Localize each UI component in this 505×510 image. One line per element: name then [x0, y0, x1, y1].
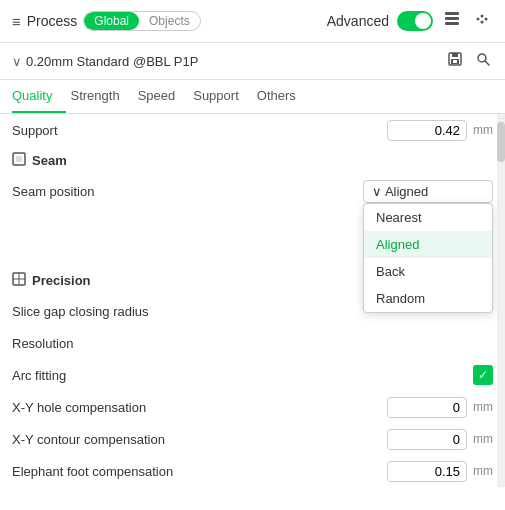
- xy-hole-input[interactable]: [387, 397, 467, 418]
- elephant-foot-row: Elephant foot compensation mm: [0, 455, 505, 487]
- svg-point-4: [481, 15, 484, 18]
- profile-selector[interactable]: ∨ 0.20mm Standard @BBL P1P: [12, 54, 445, 69]
- seam-position-dropdown-menu: Nearest Aligned Back Random: [363, 203, 493, 313]
- profile-arrow-icon: ∨: [12, 54, 22, 69]
- svg-rect-8: [452, 53, 458, 57]
- search-profile-btn[interactable]: [473, 49, 493, 73]
- svg-point-3: [477, 18, 480, 21]
- save-profile-btn[interactable]: [445, 49, 465, 73]
- svg-rect-14: [16, 156, 22, 162]
- seam-position-dropdown-container: ∨ Aligned Nearest Aligned Back Random: [363, 180, 493, 203]
- layout-icon: [443, 10, 461, 28]
- objects-toggle-btn[interactable]: Objects: [139, 12, 200, 30]
- tab-others[interactable]: Others: [257, 80, 310, 113]
- process-label: Process: [27, 13, 78, 29]
- arc-fitting-checkbox[interactable]: ✓: [473, 365, 493, 385]
- tab-strength[interactable]: Strength: [70, 80, 133, 113]
- arc-fitting-label: Arc fitting: [12, 368, 473, 383]
- support-value-group: mm: [387, 120, 493, 141]
- xy-contour-row: X-Y contour compensation mm: [0, 423, 505, 455]
- dropdown-item-aligned[interactable]: Aligned: [364, 231, 492, 258]
- content-area: Support mm Seam Seam position ∨ Aligned …: [0, 114, 505, 487]
- xy-hole-label: X-Y hole compensation: [12, 400, 387, 415]
- tab-speed[interactable]: Speed: [138, 80, 190, 113]
- svg-rect-10: [453, 60, 457, 63]
- xy-contour-input[interactable]: [387, 429, 467, 450]
- resolution-row: Resolution: [0, 327, 505, 359]
- arc-fitting-row: Arc fitting ✓: [0, 359, 505, 391]
- top-bar-right: Advanced: [327, 8, 493, 34]
- tab-support[interactable]: Support: [193, 80, 253, 113]
- support-input[interactable]: [387, 120, 467, 141]
- dropdown-item-nearest[interactable]: Nearest: [364, 204, 492, 231]
- global-objects-toggle[interactable]: Global Objects: [83, 11, 200, 31]
- xy-hole-row: X-Y hole compensation mm: [0, 391, 505, 423]
- tabs-bar: Quality Strength Speed Support Others: [0, 80, 505, 114]
- more-options-btn[interactable]: [471, 8, 493, 34]
- seam-section-header: Seam: [0, 146, 505, 175]
- profile-bar: ∨ 0.20mm Standard @BBL P1P: [0, 43, 505, 80]
- more-options-icon: [473, 10, 491, 28]
- seam-position-row: Seam position ∨ Aligned Nearest Aligned …: [0, 175, 505, 208]
- svg-rect-2: [445, 22, 459, 25]
- svg-rect-0: [445, 12, 459, 15]
- support-unit: mm: [473, 123, 493, 137]
- elephant-foot-unit: mm: [473, 464, 493, 478]
- top-bar-left: ≡ Process Global Objects: [12, 11, 319, 31]
- seam-position-label: Seam position: [12, 180, 363, 199]
- seam-position-dropdown-btn[interactable]: ∨ Aligned: [363, 180, 493, 203]
- xy-hole-value-group: mm: [387, 397, 493, 418]
- support-row: Support mm: [0, 114, 505, 146]
- profile-actions: [445, 49, 493, 73]
- elephant-foot-label: Elephant foot compensation: [12, 464, 387, 479]
- global-toggle-btn[interactable]: Global: [84, 12, 139, 30]
- top-bar: ≡ Process Global Objects Advanced: [0, 0, 505, 43]
- advanced-label: Advanced: [327, 13, 389, 29]
- svg-point-5: [481, 21, 484, 24]
- layout-icon-btn[interactable]: [441, 8, 463, 34]
- xy-contour-unit: mm: [473, 432, 493, 446]
- svg-line-12: [485, 61, 489, 65]
- svg-point-6: [485, 18, 488, 21]
- arc-fitting-value-group: ✓: [473, 365, 493, 385]
- seam-label: Seam: [32, 153, 67, 168]
- elephant-foot-input[interactable]: [387, 461, 467, 482]
- process-icon: ≡: [12, 13, 21, 30]
- precision-icon: [12, 272, 26, 289]
- scrollbar[interactable]: [497, 114, 505, 487]
- elephant-foot-value-group: mm: [387, 461, 493, 482]
- advanced-toggle-switch[interactable]: [397, 11, 433, 31]
- resolution-label: Resolution: [12, 336, 493, 351]
- tab-quality[interactable]: Quality: [12, 80, 66, 113]
- svg-rect-1: [445, 17, 459, 20]
- xy-hole-unit: mm: [473, 400, 493, 414]
- support-label: Support: [12, 123, 387, 138]
- precision-label: Precision: [32, 273, 91, 288]
- xy-contour-value-group: mm: [387, 429, 493, 450]
- seam-icon: [12, 152, 26, 169]
- save-icon: [447, 51, 463, 67]
- profile-name: 0.20mm Standard @BBL P1P: [26, 54, 198, 69]
- dropdown-item-random[interactable]: Random: [364, 285, 492, 312]
- dropdown-item-back[interactable]: Back: [364, 258, 492, 285]
- search-icon: [475, 51, 491, 67]
- scrollbar-thumb[interactable]: [497, 122, 505, 162]
- xy-contour-label: X-Y contour compensation: [12, 432, 387, 447]
- seam-position-value: ∨ Aligned: [372, 184, 428, 199]
